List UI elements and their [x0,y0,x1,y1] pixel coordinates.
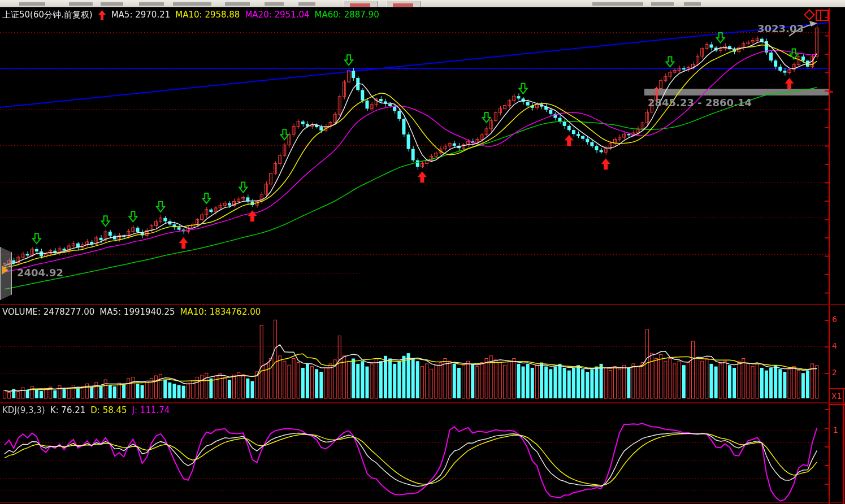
top-toolbar-clipped [0,0,845,8]
toolbar-item[interactable] [139,2,164,6]
volume-unit-label: X1 [831,392,842,401]
toolbar-item[interactable] [225,2,250,6]
toolbar-sell-button-clipped[interactable] [387,1,421,7]
ma10-readout: MA10: 2958.88 [175,10,240,20]
pane-divider[interactable] [0,304,845,305]
kdj-chart-canvas[interactable] [0,403,845,504]
ma20-readout: MA20: 2951.04 [245,10,309,20]
volume-ma10-readout: MA10: 1834762.00 [180,307,261,317]
kdj-pane-header: KDJ(9,3,3) K: 76.21 D: 58.45 J: 111.74 [2,406,170,415]
j-readout: J: 111.74 [132,406,170,415]
orange-flag-icon [2,266,8,275]
chart-title: 上证50(60分钟.前复权) [2,10,93,20]
toolbar-item[interactable] [265,2,284,6]
toolbar-item[interactable] [592,2,643,6]
k-readout: K: 76.21 [50,406,86,415]
volume-axis-tick: 6 [832,315,837,324]
kdj-axis-tick: 1 [833,425,838,435]
session-high-label: 3023.03 [757,23,804,34]
volume-chart-canvas[interactable] [0,305,845,403]
kdj-title: KDJ(9,3,3) [2,406,45,415]
toolbar-item[interactable] [298,2,315,6]
pane-divider[interactable] [0,402,845,403]
volume-pane-header: VOLUME: 2478277.00 MA5: 1991940.25 MA10:… [2,307,261,317]
split-window-icon[interactable] [816,10,828,20]
diamond-icon[interactable] [805,10,814,20]
trading-terminal-window: { "main_pane": { "title": "上证50(60分钟.前复权… [0,0,845,504]
toolbar-item[interactable] [173,2,211,6]
price-pane-header: 上证50(60分钟.前复权) MA5: 2970.21 MA10: 2958.8… [2,10,379,20]
ma60-readout: MA60: 2887.90 [315,10,379,20]
toolbar-item[interactable] [101,2,123,6]
highlight-zone-label: 2845.23 - 2860.14 [648,97,752,108]
toolbar-item[interactable] [69,2,93,6]
toolbar-item[interactable] [651,2,674,6]
volume-ma5-readout: MA5: 1991940.25 [99,307,175,317]
session-low-label: 2404.92 [17,267,63,279]
ma5-readout: MA5: 2970.21 [111,10,171,20]
volume-axis-tick: 4 [832,341,837,350]
bottom-border [0,502,845,503]
toolbar-buy-button-clipped[interactable] [344,1,378,7]
volume-axis-tick: 2 [832,368,837,377]
up-arrow-icon [98,10,106,20]
toolbar-item[interactable] [19,2,45,6]
corner-icons [804,9,830,23]
left-edge-marker[interactable] [0,247,12,300]
d-readout: D: 58.45 [90,406,127,415]
volume-readout: VOLUME: 2478277.00 [2,307,94,317]
toolbar-item[interactable] [684,2,701,6]
price-chart-canvas[interactable] [0,8,845,305]
